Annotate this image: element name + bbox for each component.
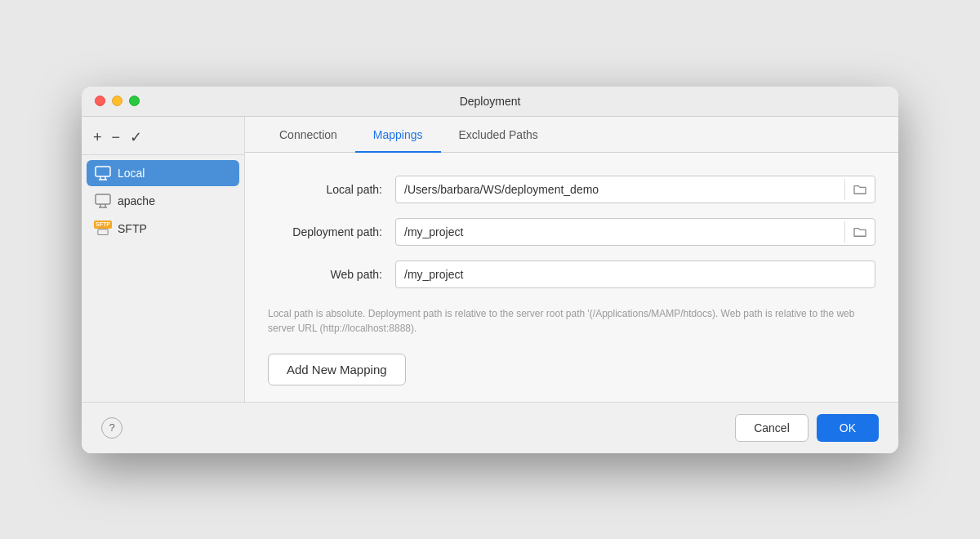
remove-server-button[interactable]: − (109, 128, 124, 146)
svg-rect-8 (98, 229, 108, 235)
tab-excluded-paths[interactable]: Excluded Paths (441, 117, 556, 153)
local-path-label: Local path: (268, 183, 382, 196)
web-path-input-wrapper (395, 261, 875, 288)
traffic-lights (95, 96, 140, 106)
sidebar-item-local-label: Local (118, 167, 145, 180)
sidebar-items: Local apache SFTP (82, 155, 244, 402)
hint-text: Local path is absolute. Deployment path … (268, 306, 875, 336)
confirm-server-button[interactable]: ✓ (127, 128, 145, 146)
add-new-mapping-button[interactable]: Add New Mapping (268, 354, 406, 385)
dialog-body: + − ✓ Local (82, 117, 898, 402)
dialog-title: Deployment (460, 95, 521, 108)
deployment-path-label: Deployment path: (268, 225, 382, 238)
local-path-input[interactable] (396, 176, 844, 203)
sidebar: + − ✓ Local (82, 117, 245, 402)
deployment-path-input[interactable] (396, 219, 844, 245)
deployment-dialog: Deployment + − ✓ (82, 87, 898, 453)
sidebar-item-apache[interactable]: apache (87, 188, 239, 214)
svg-rect-4 (96, 194, 110, 204)
web-path-row: Web path: (268, 261, 875, 288)
local-path-browse-button[interactable] (844, 179, 875, 200)
web-path-label: Web path: (268, 268, 382, 281)
deployment-path-input-wrapper (395, 218, 875, 246)
web-path-input[interactable] (396, 261, 875, 287)
title-bar: Deployment (82, 87, 898, 117)
local-path-row: Local path: (268, 176, 875, 203)
sidebar-toolbar: + − ✓ (82, 123, 244, 155)
tab-mappings[interactable]: Mappings (355, 117, 441, 153)
main-content: Connection Mappings Excluded Paths Local… (245, 117, 898, 402)
ok-button[interactable]: OK (817, 414, 879, 442)
deployment-path-browse-button[interactable] (844, 221, 875, 243)
footer-actions: Cancel OK (735, 414, 879, 442)
cancel-button[interactable]: Cancel (735, 414, 808, 442)
tab-connection[interactable]: Connection (261, 117, 355, 153)
svg-rect-0 (96, 167, 110, 176)
footer: ? Cancel OK (82, 402, 898, 453)
close-button[interactable] (95, 96, 105, 106)
sidebar-item-local[interactable]: Local (87, 160, 239, 186)
sftp-icon: SFTP (95, 220, 111, 237)
sidebar-item-sftp-label: SFTP (118, 222, 147, 235)
sidebar-item-apache-label: apache (118, 194, 155, 207)
monitor-icon (95, 165, 111, 181)
sidebar-item-sftp[interactable]: SFTP SFTP (87, 216, 239, 242)
mappings-form: Local path: Deployment path: (245, 153, 898, 402)
add-server-button[interactable]: + (90, 128, 105, 146)
server-icon (95, 193, 111, 209)
local-path-input-wrapper (395, 176, 875, 203)
help-button[interactable]: ? (101, 417, 122, 439)
folder-icon (853, 226, 866, 238)
maximize-button[interactable] (129, 96, 140, 106)
deployment-path-row: Deployment path: (268, 218, 875, 246)
minimize-button[interactable] (112, 96, 122, 106)
folder-icon (853, 184, 866, 195)
tab-bar: Connection Mappings Excluded Paths (245, 117, 898, 153)
